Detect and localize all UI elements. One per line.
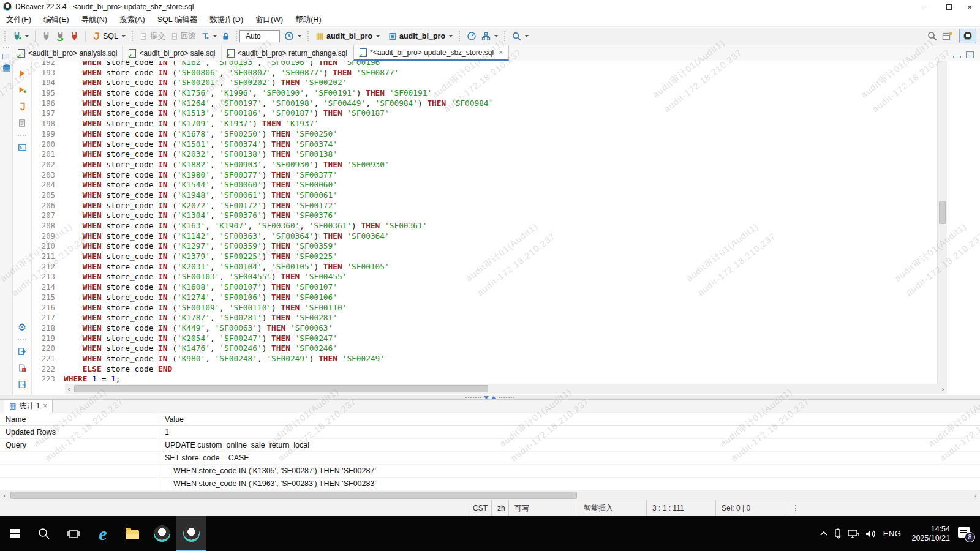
statistics-horizontal-scrollbar[interactable]: ‹ › [0,490,980,500]
sql-editor[interactable]: 192 WHEN store_code IN ('K162', 'SF00193… [32,61,947,395]
file-source-icon[interactable]: (x) [16,378,28,391]
menu-item-6[interactable]: 窗口(W) [249,13,289,26]
code-line[interactable]: 209 WHEN store_code IN ('K1142', 'SF0036… [32,231,937,242]
code-line[interactable]: 192 WHEN store_code IN ('K162', 'SF00193… [32,61,937,68]
rollback-button[interactable]: 回滚 [168,30,198,43]
code-line[interactable]: 216 WHEN store_code IN ('SF00109', 'SF00… [32,303,937,313]
menu-item-3[interactable]: 搜索(A) [113,13,151,26]
tray-chevron-up-icon[interactable] [819,530,829,538]
status-segment-4[interactable]: 3 : 1 : 111 [646,500,715,516]
stats-row-0[interactable]: Updated Rows1 [0,426,980,439]
editor-tab-0[interactable]: <audit_bi_pro> analysis.sql [12,45,123,61]
status-segment-5[interactable]: Sel: 0 | 0 [715,500,786,516]
dbeaver-taskbar-button[interactable] [147,516,176,551]
status-segment-3[interactable]: 智能插入 [578,500,646,516]
file-explorer-button[interactable] [118,516,147,551]
code-line[interactable]: 208 WHEN store_code IN ('K163', 'K1907',… [32,221,937,231]
editor-tab-1[interactable]: <audit_bi_pro> sale.sql [123,45,221,61]
transaction-log-button[interactable] [282,30,304,42]
status-segment-2[interactable]: 可写 [508,500,578,516]
terminal-icon[interactable] [16,141,28,154]
close-button[interactable]: × [959,0,980,13]
taskbar-clock[interactable]: 14:54 2025/10/21 [908,525,954,543]
code-line[interactable]: 218 WHEN store_code IN ('K449', 'SF00063… [32,323,937,334]
code-line[interactable]: 196 WHEN store_code IN ('K1264', 'SF0019… [32,99,937,109]
code-line[interactable]: 214 WHEN store_code IN ('K1608', 'SF0010… [32,282,937,293]
stats-row-2[interactable]: SET store_code = CASE [0,452,980,465]
vscroll-thumb[interactable] [939,201,946,224]
scroll-right-icon[interactable]: › [939,385,947,392]
save-file-alert-icon[interactable] [16,362,28,374]
code-line[interactable]: 212 WHEN store_code IN ('K2031', 'SF0010… [32,262,937,272]
code-line[interactable]: 203 WHEN store_code IN ('K1980', 'SF0037… [32,170,937,181]
code-line[interactable]: 222 ELSE store_code END [32,364,937,375]
close-icon[interactable]: × [499,48,503,57]
minimize-view-icon[interactable] [953,56,961,58]
dashboard-button[interactable] [464,30,479,42]
status-segment-0[interactable]: CST [467,500,491,516]
editor-horizontal-scrollbar[interactable]: ‹ › [65,384,947,394]
er-diagram-button[interactable] [479,31,500,42]
lock-button[interactable] [219,31,232,42]
menu-item-1[interactable]: 编辑(E) [37,13,75,26]
editor-vertical-scrollbar[interactable] [937,61,947,384]
autocommit-combo[interactable]: Auto [239,30,280,42]
menu-item-5[interactable]: 数据库(D) [203,13,249,26]
minimize-button[interactable] [918,0,938,13]
code-line[interactable]: 210 WHEN store_code IN ('K1297', 'SF0035… [32,241,937,252]
code-line[interactable]: 221 WHEN store_code IN ('K980', 'SF00248… [32,354,937,364]
code-line[interactable]: 199 WHEN store_code IN ('K1678', 'SF0025… [32,129,937,140]
dbeaver-perspective-button[interactable] [959,29,976,43]
input-language[interactable]: ENG [881,529,904,538]
menu-item-2[interactable]: 导航(N) [75,13,113,26]
explain-plan-icon[interactable] [16,117,28,129]
stats-row-1[interactable]: QueryUPDATE custom_online_sale_return_lo… [0,439,980,452]
taskbar-search-button[interactable] [29,516,59,551]
code-line[interactable]: 195 WHEN store_code IN ('K1756', 'K1996'… [32,88,937,99]
database-selector[interactable]: audit_bi_pro [313,31,382,42]
scroll-left-icon[interactable]: ‹ [0,492,9,499]
connect-button[interactable] [39,31,53,42]
editor-tab-2[interactable]: <audit_bi_pro> return_change.sql [222,45,353,61]
commit-button[interactable]: 提交 [137,30,168,43]
code-line[interactable]: 202 WHEN store_code IN ('K1882', 'SF0090… [32,160,937,170]
drag-handle-icon[interactable] [3,47,9,48]
settings-gear-icon[interactable]: ⚙ [16,321,28,333]
notification-center-button[interactable]: 8 [958,527,974,541]
hscroll-thumb[interactable] [10,492,577,499]
menu-item-0[interactable]: 文件(F) [0,13,37,26]
code-line[interactable]: 204 WHEN store_code IN ('K1544', 'SF0006… [32,180,937,190]
scroll-left-icon[interactable]: ‹ [65,385,73,392]
restore-view-icon[interactable] [2,54,9,59]
code-line[interactable]: 213 WHEN store_code IN ('SF00103', 'SF00… [32,272,937,282]
export-result-icon[interactable] [16,345,28,358]
database-navigator-icon[interactable] [2,64,12,76]
disconnect-button[interactable] [67,31,81,42]
code-line[interactable]: 193 WHEN store_code IN ('SF00806', 'SF00… [32,68,937,78]
reconnect-button[interactable] [53,31,67,42]
scroll-right-icon[interactable]: › [971,492,980,499]
code-line[interactable]: 219 WHEN store_code IN ('K2054', 'SF0024… [32,334,937,344]
code-line[interactable]: 205 WHEN store_code IN ('K1948', 'SF0006… [32,190,937,201]
code-line[interactable]: 206 WHEN store_code IN ('K2072', 'SF0017… [32,201,937,211]
code-line[interactable]: 197 WHEN store_code IN ('K1513', 'SF0018… [32,108,937,119]
code-line[interactable]: 207 WHEN store_code IN ('K1304', 'SF0037… [32,211,937,221]
close-icon[interactable]: × [43,402,47,410]
open-perspective-button[interactable] [940,30,955,42]
code-line[interactable]: 215 WHEN store_code IN ('K1274', 'SF0010… [32,293,937,303]
editor-tab-3[interactable]: *<audit_bi_pro> update_sbz_store.sql× [353,45,509,61]
quick-search-button[interactable] [925,30,940,42]
status-overflow-icon[interactable] [786,500,805,516]
dbeaver-taskbar-button-active[interactable] [176,516,206,551]
network-icon[interactable] [846,528,860,539]
code-line[interactable]: 200 WHEN store_code IN ('K1501', 'SF0037… [32,140,937,150]
task-view-button[interactable] [59,516,88,551]
code-line[interactable]: 220 WHEN store_code IN ('K1476', 'SF0024… [32,343,937,354]
code-line[interactable]: 211 WHEN store_code IN ('K1379', 'SF0022… [32,252,937,262]
execute-statement-icon[interactable] [16,67,28,80]
search-button[interactable] [510,31,531,42]
maximize-view-icon[interactable] [966,51,974,58]
splitter-sash[interactable] [0,395,980,400]
collapse-down-icon[interactable] [484,396,489,399]
usb-device-icon[interactable] [833,528,842,539]
